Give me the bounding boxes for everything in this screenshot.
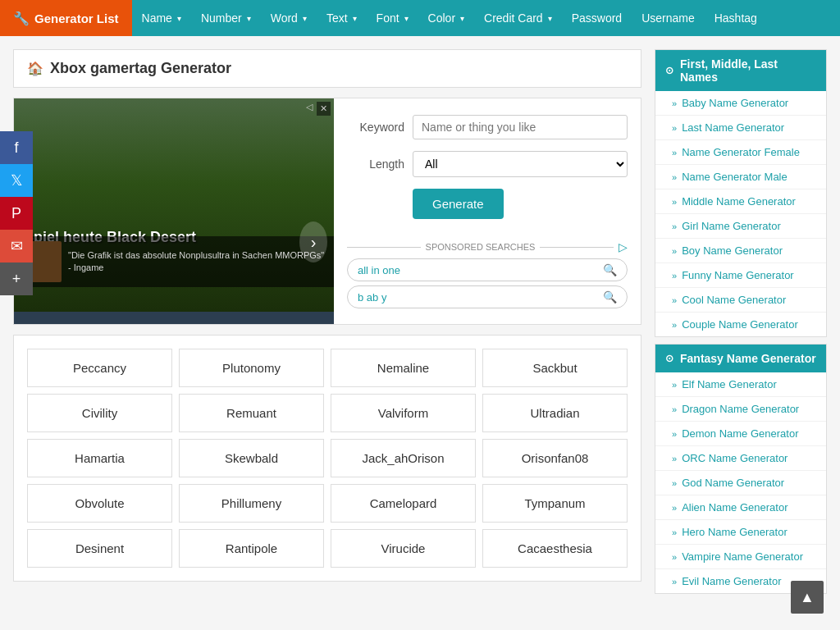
wrench-icon: 🔧: [13, 11, 30, 26]
nav-text[interactable]: Text ▾: [317, 0, 367, 36]
ad-close-button[interactable]: ◁: [306, 102, 313, 112]
sidebar-item-middle-name[interactable]: » Middle Name Generator: [655, 189, 826, 214]
name-cell[interactable]: Civility: [27, 394, 172, 432]
name-cell[interactable]: Skewbald: [179, 439, 324, 477]
sidebar-item-orc-name[interactable]: » ORC Name Generator: [655, 446, 826, 471]
sidebar-item-label: Evil Name Generator: [682, 575, 781, 587]
sidebar-section-header-fantasy: ⊙ Fantasy Name Generator: [655, 345, 826, 372]
nav-color[interactable]: Color ▾: [418, 0, 474, 36]
circle-icon: ⊙: [665, 353, 673, 364]
back-to-top-button[interactable]: ▲: [791, 581, 824, 614]
sponsored-search-1[interactable]: b ab y 🔍: [347, 285, 628, 308]
name-cell[interactable]: Jack_ahOrison: [331, 439, 476, 477]
sponsored-search-0[interactable]: all in one 🔍: [347, 258, 628, 281]
name-cell[interactable]: Tympanum: [482, 484, 628, 523]
length-select[interactable]: All Short Medium Long: [413, 151, 628, 177]
sidebar-item-hero-name[interactable]: » Hero Name Generator: [655, 520, 826, 545]
chevron-down-icon: ▾: [460, 14, 464, 23]
sidebar-item-girl-name[interactable]: » Girl Name Generator: [655, 214, 826, 239]
name-cell[interactable]: Ultradian: [482, 394, 628, 432]
name-cell[interactable]: Phillumeny: [179, 484, 324, 523]
sidebar-item-cool-name[interactable]: » Cool Name Generator: [655, 288, 826, 313]
generate-button[interactable]: Generate: [413, 189, 504, 219]
nav-number[interactable]: Number ▾: [191, 0, 261, 36]
name-cell[interactable]: Cacaesthesia: [482, 529, 628, 568]
sidebar-item-baby-name[interactable]: » Baby Name Generator: [655, 91, 826, 116]
sidebar-item-name-female[interactable]: » Name Generator Female: [655, 140, 826, 165]
nav-word[interactable]: Word ▾: [261, 0, 317, 36]
nav-name[interactable]: Name ▾: [132, 0, 191, 36]
sidebar-item-label: Cool Name Generator: [682, 294, 786, 306]
keyword-label: Keyword: [347, 121, 404, 134]
sidebar-item-label: Baby Name Generator: [682, 97, 788, 109]
nav-font[interactable]: Font ▾: [367, 0, 418, 36]
ad-next-arrow-icon[interactable]: ›: [299, 221, 327, 262]
main-container: 🏠 Xbox gamertag Generator ◁ ✕ Spiel heut…: [0, 36, 840, 614]
page-title: Xbox gamertag Generator: [50, 60, 231, 77]
sidebar-item-dragon-name[interactable]: » Dragon Name Generator: [655, 397, 826, 422]
page-header: 🏠 Xbox gamertag Generator: [13, 49, 641, 88]
name-cell[interactable]: Orisonfan08: [482, 439, 628, 477]
chevron-right-icon: »: [672, 577, 677, 587]
home-icon[interactable]: 🏠: [27, 61, 43, 76]
sidebar-item-label: Couple Name Generator: [682, 318, 798, 331]
circle-icon: ⊙: [665, 65, 673, 76]
chevron-right-icon: »: [672, 295, 677, 305]
sidebar-item-label: God Name Generator: [682, 477, 784, 489]
nav-hashtag[interactable]: Hashtag: [705, 0, 767, 36]
length-label: Length: [347, 158, 404, 171]
more-share-button[interactable]: +: [0, 262, 33, 295]
sidebar-item-elf-name[interactable]: » Elf Name Generator: [655, 372, 826, 397]
nav-credit-card[interactable]: Credit Card ▾: [474, 0, 562, 36]
sidebar-item-demon-name[interactable]: » Demon Name Generator: [655, 422, 826, 446]
chevron-right-icon: »: [672, 429, 677, 439]
sponsored-label: SPONSORED SEARCHES: [426, 242, 536, 252]
nav-username[interactable]: Username: [632, 0, 705, 36]
sidebar-item-funny-name[interactable]: » Funny Name Generator: [655, 263, 826, 288]
sidebar-section-header-names: ⊙ First, Middle, Last Names: [655, 50, 826, 91]
sidebar-item-last-name[interactable]: » Last Name Generator: [655, 116, 826, 140]
sidebar-item-label: Boy Name Generator: [682, 244, 783, 257]
twitter-share-button[interactable]: 𝕏: [0, 164, 33, 197]
sidebar-item-name-male[interactable]: » Name Generator Male: [655, 165, 826, 189]
sidebar-item-label: ORC Name Generator: [682, 452, 788, 464]
ad-badge[interactable]: ✕: [317, 102, 331, 116]
facebook-share-button[interactable]: f: [0, 131, 33, 164]
chevron-down-icon: ▾: [303, 14, 307, 23]
name-cell[interactable]: Rantipole: [179, 529, 324, 568]
name-cell[interactable]: Plutonomy: [179, 349, 324, 387]
name-cell[interactable]: Valviform: [331, 394, 476, 432]
names-grid-container: PeccancyPlutonomyNemalineSackbutCivility…: [13, 335, 641, 582]
name-cell[interactable]: Hamartia: [27, 439, 172, 477]
sidebar-item-label: Vampire Name Generator: [682, 550, 803, 563]
pinterest-share-button[interactable]: P: [0, 197, 33, 230]
generator-form: Keyword Length All Short Medium Long Gen…: [334, 98, 641, 235]
brand-label: Generator List: [34, 11, 119, 25]
name-cell[interactable]: Camelopard: [331, 484, 476, 523]
name-cell[interactable]: Desinent: [27, 529, 172, 568]
sidebar-item-label: Name Generator Female: [682, 146, 800, 158]
sidebar-item-couple-name[interactable]: » Couple Name Generator: [655, 313, 826, 336]
sidebar-item-alien-name[interactable]: » Alien Name Generator: [655, 495, 826, 520]
name-cell[interactable]: Sackbut: [482, 349, 628, 387]
nav-password[interactable]: Password: [562, 0, 632, 36]
name-cell[interactable]: Obvolute: [27, 484, 172, 523]
name-cell[interactable]: Peccancy: [27, 349, 172, 387]
sidebar-item-boy-name[interactable]: » Boy Name Generator: [655, 239, 826, 263]
brand-button[interactable]: 🔧 Generator List: [0, 0, 132, 36]
sidebar-item-label: Demon Name Generator: [682, 427, 798, 440]
sidebar-item-label: Alien Name Generator: [682, 501, 788, 514]
chevron-right-icon: »: [672, 221, 677, 231]
name-cell[interactable]: Virucide: [331, 529, 476, 568]
sidebar-item-god-name[interactable]: » God Name Generator: [655, 471, 826, 495]
name-cell[interactable]: Remuant: [179, 394, 324, 432]
email-share-button[interactable]: ✉: [0, 230, 33, 262]
nav-items: Name ▾ Number ▾ Word ▾ Text ▾ Font ▾ Col…: [132, 0, 840, 36]
chevron-right-icon: »: [672, 271, 677, 281]
name-cell[interactable]: Nemaline: [331, 349, 476, 387]
chevron-right-icon: »: [672, 380, 677, 390]
keyword-input[interactable]: [413, 115, 628, 139]
sponsored-line-right: [540, 247, 614, 248]
length-row: Length All Short Medium Long: [347, 151, 628, 177]
sidebar-item-vampire-name[interactable]: » Vampire Name Generator: [655, 545, 826, 569]
